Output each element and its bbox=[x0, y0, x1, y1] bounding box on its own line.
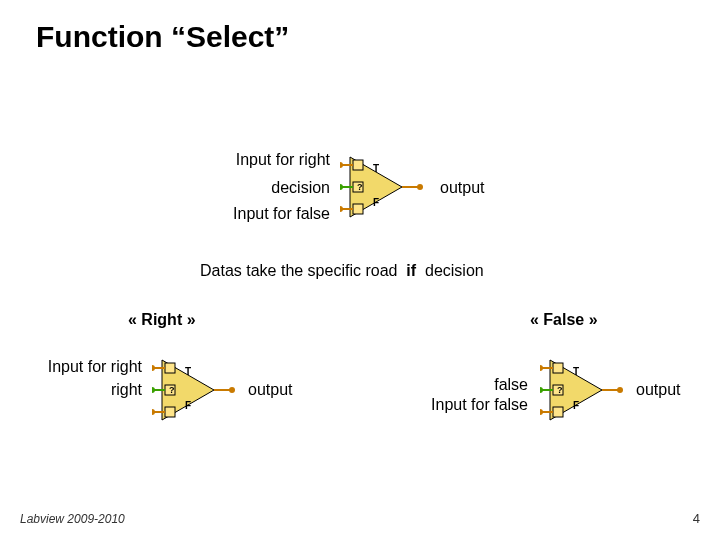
label-output-top: output bbox=[440, 179, 484, 197]
svg-rect-33 bbox=[553, 407, 563, 417]
select-icon-top: T ? F bbox=[340, 152, 440, 222]
svg-point-42 bbox=[540, 409, 543, 415]
datas-text1: Datas take the specific road bbox=[200, 262, 397, 279]
svg-rect-31 bbox=[553, 363, 563, 373]
label-output-right: output bbox=[636, 381, 680, 399]
svg-text:?: ? bbox=[169, 385, 175, 395]
svg-text:T: T bbox=[185, 366, 191, 377]
heading-right: « Right » bbox=[128, 311, 196, 329]
label-input-false-right: Input for false bbox=[400, 396, 528, 414]
svg-point-40 bbox=[540, 387, 543, 393]
heading-false: « False » bbox=[530, 311, 598, 329]
label-false-right: false bbox=[400, 376, 528, 394]
svg-text:?: ? bbox=[357, 182, 363, 192]
label-input-false-top: Input for false bbox=[200, 205, 330, 223]
select-icon-left: T ? F bbox=[152, 355, 252, 425]
svg-text:F: F bbox=[373, 197, 379, 208]
svg-rect-18 bbox=[165, 407, 175, 417]
svg-rect-3 bbox=[353, 204, 363, 214]
svg-point-27 bbox=[152, 409, 155, 415]
svg-point-23 bbox=[152, 365, 155, 371]
datas-if: if bbox=[406, 262, 416, 279]
page-number: 4 bbox=[693, 511, 700, 526]
label-right-left: right bbox=[14, 381, 142, 399]
svg-text:T: T bbox=[373, 163, 379, 174]
svg-rect-16 bbox=[165, 363, 175, 373]
svg-point-12 bbox=[340, 206, 343, 212]
svg-point-14 bbox=[417, 184, 423, 190]
svg-rect-1 bbox=[353, 160, 363, 170]
svg-point-44 bbox=[617, 387, 623, 393]
svg-text:T: T bbox=[573, 366, 579, 377]
svg-point-8 bbox=[340, 162, 343, 168]
svg-point-25 bbox=[152, 387, 155, 393]
label-output-left: output bbox=[248, 381, 292, 399]
svg-point-10 bbox=[340, 184, 343, 190]
svg-text:F: F bbox=[185, 400, 191, 411]
label-decision-top: decision bbox=[200, 179, 330, 197]
svg-point-38 bbox=[540, 365, 543, 371]
label-input-right-left: Input for right bbox=[14, 358, 142, 376]
datas-text3: decision bbox=[425, 262, 484, 279]
svg-text:F: F bbox=[573, 400, 579, 411]
footer-text: Labview 2009-2010 bbox=[20, 512, 125, 526]
svg-point-29 bbox=[229, 387, 235, 393]
select-icon-right: T ? F bbox=[540, 355, 640, 425]
label-input-right-top: Input for right bbox=[200, 151, 330, 169]
slide-title: Function “Select” bbox=[36, 20, 289, 54]
svg-text:?: ? bbox=[557, 385, 563, 395]
